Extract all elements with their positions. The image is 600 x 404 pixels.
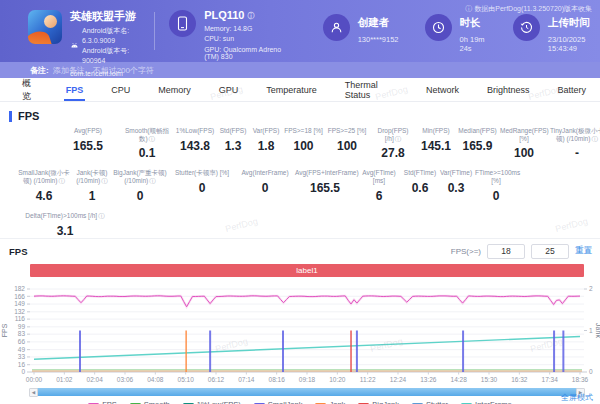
x-axis-tick: 05:10 [178,376,195,383]
stat-fps-25-%: FPS>=25 [%]100 [324,127,370,153]
app-package: com.tencent.lolm [70,70,142,77]
y-axis-tick: 33 [18,353,26,360]
creator-label: 创建者 [358,16,399,30]
tab-battery[interactable]: Battery [543,78,600,101]
x-axis-tick: 16:32 [511,376,528,383]
perfdog-report-page: ⓘ 数据由PerfDog(11.3.250720)版本收集 英雄联盟手游 And… [0,0,600,404]
x-axis-tick: 18:36 [572,376,589,383]
stat-label: Avg(FTime) [ms] [357,169,401,185]
info-icon: ⓘ [465,4,472,14]
device-model: PLQ110 [204,10,244,21]
info-icon[interactable]: ⓘ [101,177,108,184]
x-axis-tick: 14:28 [451,376,468,383]
stat-label: Avg(InterFrame) [237,169,293,178]
tab-memory[interactable]: Memory [144,78,205,101]
data-source-text: 数据由PerfDog(11.3.250720)版本收集 [474,4,592,14]
tab-fps[interactable]: FPS [52,78,98,101]
stat-var-ftime: Var(FTime)0.3 [438,169,474,195]
x-axis-tick: 01:02 [56,376,73,383]
tab-network[interactable]: Network [412,78,473,101]
legend-smalljank[interactable]: SmallJank [254,400,303,404]
stat-value: 0.1 [122,146,172,160]
fps-threshold-high-input[interactable] [531,244,569,259]
header-divider [154,12,155,50]
fps-threshold-low-input[interactable] [487,244,525,259]
legend-label: Smooth [144,400,170,404]
stat-avg-ftime-ms: Avg(FTime) [ms]6 [356,169,402,202]
stat-value: 0 [169,181,235,195]
phone-icon [169,10,196,37]
y-axis-tick: 99 [18,323,26,330]
legend-smooth[interactable]: Smooth [130,400,170,404]
scrollbar-left-arrow[interactable]: ◀ [29,388,38,397]
stats-row-2: SmallJank(微小卡顿) (/10min)ⓘ4.6Jank(卡顿) (/1… [0,169,600,202]
stat-value: 0 [475,189,517,203]
threshold-reset-link[interactable]: 重置 [575,245,592,257]
tab-thermal-status[interactable]: Thermal Status [331,78,412,101]
stat-value: 4.6 [17,189,71,203]
device-memory: Memory: 14.8G [204,25,289,32]
section-accent-bar [9,111,12,122]
android-version-name: Android版本名: 6.3.0.9009 [82,26,142,46]
data-source-note: ⓘ 数据由PerfDog(11.3.250720)版本收集 [465,4,592,14]
stat-value: 0.3 [439,181,473,195]
stat-std-ftime: Std(FTime)0.6 [402,169,438,195]
legend-fps[interactable]: FPS [88,400,117,404]
stat-value: 0 [237,181,293,195]
fps-chart-svg: 0163349668399116132149166182012FPSJank00… [0,277,600,387]
chart-scrollbar[interactable]: ◀ ▶ [30,388,584,396]
section-title: FPS [18,110,39,122]
legend-bigjank[interactable]: BigJank [358,400,399,404]
stat-value: 165.5 [295,181,355,195]
stat-medrange-fps-%: MedRange(FPS)[%]100 [499,127,549,160]
tab-temperature[interactable]: Temperature [252,78,331,101]
interframe-line [34,336,580,359]
fullscreen-link[interactable]: 全屏模式 [561,392,593,403]
info-icon[interactable]: ⓘ [247,12,254,19]
info-icon[interactable]: ⓘ [58,177,65,184]
creator-value: 130****9152 [358,35,399,44]
stat-label: SmallJank(微小卡顿) (/10min)ⓘ [17,169,71,185]
info-icon[interactable]: ⓘ [149,135,156,142]
x-axis-tick: 17:34 [542,376,559,383]
x-axis-tick: 15:30 [481,376,498,383]
x-axis-tick: 07:14 [238,376,255,383]
app-icon [28,10,62,44]
stat-1%low-fps: 1%Low(FPS)143.8 [173,127,217,153]
y-axis-tick: 116 [15,315,26,322]
stat-value: 1.3 [218,139,248,153]
stat-label: Avg(FPS) [56,127,120,136]
tab-cpu[interactable]: CPU [97,78,144,101]
y-axis-tick: 166 [14,293,25,300]
stat-label: FTime>=100ms [%] [475,169,517,185]
stat-value: 0.6 [403,181,437,195]
legend-1%low-fps[interactable]: 1%Low(FPS) [183,400,241,404]
tab-brightness[interactable]: Brightness [473,78,544,101]
fps-line-halo [34,296,580,307]
info-icon[interactable]: ⓘ [98,212,105,219]
info-icon[interactable]: ⓘ [591,135,598,142]
stat-label: 1%Low(FPS) [174,127,216,136]
info-icon[interactable]: ⓘ [149,177,156,184]
stat-smalljank-10min: SmallJank(微小卡顿) (/10min)ⓘ4.6 [16,169,72,202]
stat-value: 0 [113,189,167,203]
tab-bar: 概览FPSCPUMemoryGPUTemperatureThermal Stat… [0,78,600,102]
info-icon[interactable]: ⓘ [395,135,402,142]
stat-label: Jank(卡顿) (/10min)ⓘ [73,169,111,185]
x-axis-tick: 03:06 [117,376,134,383]
stat-bigjank-10min: BigJank(严重卡顿) (/10min)ⓘ0 [112,169,168,202]
stat-value: 100 [500,146,548,160]
chart-label-band[interactable]: label1 [30,264,584,277]
tab-gpu[interactable]: GPU [205,78,253,101]
stat-delta-ftime-100ms-h: Delta(FTime)>100ms [/h]ⓘ3.1 [20,212,110,238]
legend-stutter[interactable]: Stutter [412,400,448,404]
fps-stats: Avg(FPS)165.5Smooth(顺畅指数)ⓘ0.11%Low(FPS)1… [0,127,600,238]
legend-jank[interactable]: Jank [315,400,345,404]
y2-axis-tick: 1 [589,327,593,334]
fps-chart-panel: FPS FPS(>=) 重置 label1 016334966839911613… [0,238,600,404]
legend-interframe[interactable]: InterFrame [461,400,512,404]
stat-stutter-%: Stutter(卡顿率) [%]0 [168,169,236,195]
x-axis-tick: 02:04 [87,376,104,383]
legend-label: SmallJank [268,400,303,404]
tab-overview[interactable]: 概览 [8,78,52,101]
